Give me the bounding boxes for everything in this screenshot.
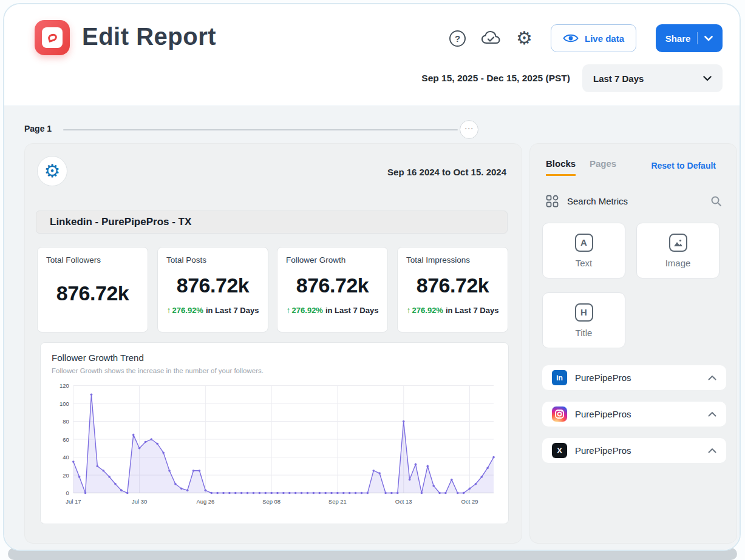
page-divider-line	[63, 129, 458, 130]
svg-text:Sep 21: Sep 21	[328, 498, 347, 505]
metric-value: 876.72k	[166, 274, 259, 297]
block-title[interactable]: H Title	[542, 292, 625, 348]
metric-card-total-posts[interactable]: Total Posts 876.72k ↑276.92%in Last 7 Da…	[157, 247, 268, 332]
svg-text:Jul 17: Jul 17	[66, 498, 81, 505]
svg-text:Oct 13: Oct 13	[395, 498, 412, 505]
header-icon-group: ? ⚙	[449, 29, 532, 48]
growth-arrow-icon: ↑	[407, 305, 411, 315]
block-label: Image	[665, 258, 691, 268]
svg-text:100: 100	[60, 400, 69, 407]
live-data-label: Live data	[585, 33, 624, 44]
metric-growth: ↑276.92%in Last 7 Days	[406, 305, 499, 315]
account-row-instagram[interactable]: PurePipePros	[542, 402, 726, 427]
svg-text:Oct 29: Oct 29	[461, 498, 478, 505]
company-logo: ⚙	[37, 156, 67, 186]
pdf-page-shape	[42, 27, 63, 48]
settings-button[interactable]: ⚙	[516, 29, 532, 47]
page-indicator: Page 1	[24, 124, 52, 133]
svg-text:120: 120	[60, 382, 69, 389]
reset-to-default-link[interactable]: Reset to Default	[647, 160, 719, 171]
follower-growth-chart-card[interactable]: Follower Growth Trend Follower Growth sh…	[40, 342, 509, 524]
chevron-down-icon	[704, 36, 713, 41]
metric-growth: ↑276.92%in Last 7 Days	[286, 305, 379, 315]
metric-card-follower-growth[interactable]: Follower Growth 876.72k ↑276.92%in Last …	[277, 247, 388, 332]
page-title: Edit Report	[82, 23, 216, 50]
search-metrics-row[interactable]: Search Metrics	[546, 195, 722, 207]
svg-text:80: 80	[63, 418, 69, 425]
report-title-text: Linkedin - PurePipePros - TX	[50, 216, 191, 228]
text-block-icon: A	[575, 234, 593, 252]
metric-label: Follower Growth	[286, 255, 379, 265]
growth-suffix: in Last 7 Days	[446, 306, 498, 315]
chevron-up-icon[interactable]	[708, 411, 716, 417]
company-gear-icon: ⚙	[44, 162, 61, 180]
metric-value: 876.72k	[406, 274, 499, 297]
live-data-button[interactable]: Live data	[551, 24, 636, 52]
block-label: Text	[576, 258, 593, 268]
page-more-button[interactable]: ⋯	[460, 120, 478, 139]
svg-text:Sep 08: Sep 08	[262, 498, 281, 505]
report-title-bar[interactable]: Linkedin - PurePipePros - TX	[36, 211, 508, 234]
tab-pages[interactable]: Pages	[590, 158, 616, 174]
report-date-range: Sep 16 2024 to Oct 15. 2024	[387, 167, 506, 177]
account-name: PurePipePros	[575, 445, 700, 456]
block-label: Title	[576, 328, 593, 338]
edit-report-window: Edit Report ? ⚙ Live data Shar	[3, 3, 741, 551]
question-mark-icon: ?	[455, 33, 460, 44]
metric-label: Total Followers	[46, 255, 139, 265]
share-button-divider	[697, 32, 698, 44]
svg-text:0: 0	[66, 490, 69, 496]
growth-percent: 276.92%	[292, 306, 323, 315]
period-dropdown[interactable]: Last 7 Days	[582, 64, 723, 92]
instagram-icon	[552, 407, 567, 422]
blocks-sidebar: Blocks Pages Reset to Default Search Met…	[529, 143, 737, 544]
search-metrics-label: Search Metrics	[567, 196, 702, 206]
share-button[interactable]: Share	[656, 24, 723, 52]
chart-subtitle: Follower Growth shows the increase in th…	[52, 367, 497, 374]
gear-icon: ⚙	[516, 29, 532, 47]
ellipsis-icon: ⋯	[464, 123, 474, 134]
svg-text:20: 20	[63, 472, 69, 479]
acrobat-loop-shape	[47, 33, 58, 42]
share-label: Share	[665, 33, 691, 44]
growth-arrow-icon: ↑	[167, 305, 171, 315]
growth-arrow-icon: ↑	[287, 305, 291, 315]
search-icon[interactable]	[710, 195, 722, 207]
account-name: PurePipePros	[575, 409, 700, 419]
block-text[interactable]: A Text	[542, 223, 625, 278]
period-dropdown-value: Last 7 Days	[593, 73, 644, 84]
growth-percent: 276.92%	[412, 306, 443, 315]
metric-card-total-followers[interactable]: Total Followers 876.72k	[37, 247, 148, 332]
eye-icon	[563, 33, 579, 44]
chevron-up-icon[interactable]	[708, 448, 716, 453]
growth-percent: 276.92%	[172, 306, 203, 315]
app-header: Edit Report ? ⚙ Live data Shar	[4, 4, 740, 106]
svg-text:60: 60	[63, 436, 69, 443]
chevron-up-icon[interactable]	[708, 375, 716, 380]
cloud-check-icon	[481, 30, 501, 46]
cloud-sync-button[interactable]	[481, 30, 501, 46]
chart-title: Follower Growth Trend	[52, 353, 497, 363]
metric-growth: ↑276.92%in Last 7 Days	[166, 305, 259, 315]
title-block-icon: H	[575, 303, 593, 322]
chevron-down-icon	[703, 76, 712, 81]
account-row-linkedin[interactable]: in PurePipePros	[542, 365, 726, 390]
blocks-grid-icon	[546, 195, 559, 207]
account-row-x[interactable]: X PurePipePros	[542, 438, 726, 463]
image-icon	[669, 234, 687, 252]
growth-suffix: in Last 7 Days	[206, 306, 259, 315]
linkedin-icon: in	[552, 370, 567, 385]
x-icon: X	[552, 443, 567, 458]
metric-card-total-impressions[interactable]: Total Impressions 876.72k ↑276.92%in Las…	[397, 247, 508, 332]
editor-main-area: Page 1 ⋯ ⚙ Sep 16 2024 to Oct 15. 2024 L…	[4, 106, 740, 550]
text-icon-letter: A	[580, 237, 587, 248]
report-canvas: ⚙ Sep 16 2024 to Oct 15. 2024 Linkedin -…	[24, 143, 522, 544]
metric-label: Total Impressions	[406, 255, 499, 265]
tab-blocks[interactable]: Blocks	[546, 158, 576, 176]
help-button[interactable]: ?	[449, 30, 466, 47]
follower-growth-chart: Jul 17Jul 30Aug 26Sep 08Sep 21Oct 13Oct …	[52, 380, 498, 509]
metric-label: Total Posts	[166, 255, 259, 265]
svg-text:40: 40	[63, 454, 69, 460]
block-image[interactable]: Image	[636, 223, 719, 278]
metric-value: 876.72k	[286, 274, 379, 297]
